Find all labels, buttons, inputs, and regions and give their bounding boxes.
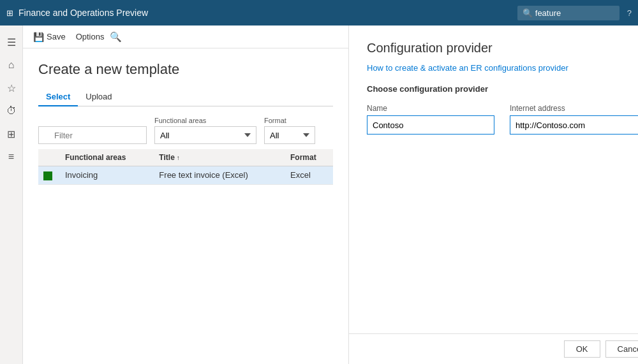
help-icon[interactable]: ? — [627, 8, 632, 18]
sidebar: ☰ ⌂ ☆ ⏱ ⊞ ≡ — [0, 25, 23, 364]
row-icon-cell — [38, 166, 60, 185]
page-title: Create a new template — [38, 61, 333, 78]
name-label: Name — [367, 104, 494, 113]
options-button[interactable]: Options — [71, 29, 110, 44]
bottom-bar: OK Cancel — [349, 333, 638, 364]
filter-search-col: 🔍 — [38, 126, 147, 144]
filter-row: 🔍 Functional areas All Invoicing Format — [38, 117, 333, 144]
filter-search-input[interactable] — [38, 126, 147, 144]
cancel-button[interactable]: Cancel — [605, 340, 638, 358]
sidebar-item-favorite[interactable]: ☆ — [0, 76, 23, 99]
left-panel: 💾 Save Options 🔍 Create a new template S… — [23, 25, 348, 364]
config-title: Configuration provider — [367, 41, 638, 55]
functional-areas-col: Functional areas All Invoicing — [154, 117, 256, 144]
options-label: Options — [76, 32, 105, 41]
form-row: Name Internet address — [367, 104, 638, 135]
tabs: Select Upload — [38, 88, 333, 106]
save-button[interactable]: 💾 Save — [28, 29, 71, 45]
table-row[interactable]: Invoicing Free text invoice (Excel) Exce… — [38, 166, 333, 185]
sidebar-item-workspace[interactable]: ⊞ — [0, 122, 23, 145]
config-link[interactable]: How to create & activate an ER configura… — [367, 63, 638, 73]
format-select[interactable]: All Excel — [264, 126, 315, 144]
sidebar-item-home[interactable]: ⌂ — [0, 54, 23, 76]
internet-address-form-group: Internet address — [510, 104, 638, 135]
ok-button[interactable]: OK — [564, 340, 600, 358]
th-functional-areas: Functional areas — [60, 149, 154, 166]
tab-select[interactable]: Select — [38, 88, 78, 106]
format-col: Format All Excel — [264, 117, 315, 144]
top-bar: ⊞ Finance and Operations Preview 🔍 ? — [0, 0, 638, 25]
filter-input-wrapper: 🔍 — [38, 126, 147, 144]
name-input[interactable] — [367, 115, 494, 135]
excel-icon — [43, 171, 52, 180]
app-title: Finance and Operations Preview — [19, 8, 517, 18]
content-area: 💾 Save Options 🔍 Create a new template S… — [23, 25, 638, 364]
top-search-input[interactable] — [517, 6, 619, 20]
sidebar-item-list[interactable]: ≡ — [0, 145, 23, 168]
data-table: Functional areas Title ↑ Format — [38, 149, 333, 185]
format-label: Format — [264, 117, 315, 124]
th-icon — [38, 149, 60, 166]
search-wrapper: 🔍 — [517, 6, 619, 20]
table-header-row: Functional areas Title ↑ Format — [38, 149, 333, 166]
th-format: Format — [285, 149, 333, 166]
spacer — [367, 142, 638, 333]
save-label: Save — [47, 32, 66, 41]
row-functional-areas: Invoicing — [60, 166, 154, 185]
functional-areas-select[interactable]: All Invoicing — [154, 126, 256, 144]
internet-address-input[interactable] — [510, 115, 638, 135]
sort-arrow-icon: ↑ — [177, 154, 180, 161]
th-title[interactable]: Title ↑ — [154, 149, 285, 166]
row-title: Free text invoice (Excel) — [154, 166, 285, 185]
functional-areas-label: Functional areas — [154, 117, 256, 124]
save-icon: 💾 — [33, 32, 44, 42]
toolbar: 💾 Save Options 🔍 — [23, 25, 348, 48]
sidebar-item-hamburger[interactable]: ☰ — [0, 31, 23, 54]
tab-upload[interactable]: Upload — [78, 88, 119, 106]
config-subtitle: Choose configuration provider — [367, 84, 638, 94]
sidebar-item-recent[interactable]: ⏱ — [0, 99, 23, 122]
main-layout: ☰ ⌂ ☆ ⏱ ⊞ ≡ 💾 Save Options 🔍 Create a — [0, 25, 638, 364]
row-format: Excel — [285, 166, 333, 185]
right-panel: Configuration provider How to create & a… — [349, 25, 638, 364]
toolbar-search-button[interactable]: 🔍 — [109, 31, 122, 43]
name-form-group: Name — [367, 104, 494, 135]
internet-address-label: Internet address — [510, 104, 638, 113]
app-grid-icon[interactable]: ⊞ — [6, 8, 13, 18]
page-content: Create a new template Select Upload 🔍 — [23, 48, 348, 364]
